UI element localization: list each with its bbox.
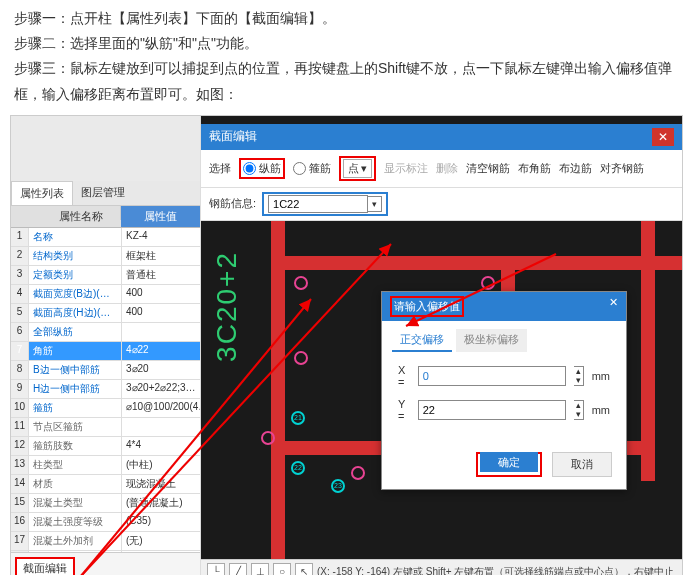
table-row[interactable]: 6全部纵筋 [11,323,200,342]
chevron-down-icon: ▾ [361,162,367,175]
table-row[interactable]: 7角筋4⌀22 [11,342,200,361]
property-table: 属性名称 属性值 1名称KZ-42结构类别框架柱3定额类别普通柱4截面宽度(B边… [11,206,200,552]
step3-text: 步骤三：鼠标左键放到可以捕捉到点的位置，再按键盘上的Shift键不放，点一下鼠标… [14,56,679,106]
table-row[interactable]: 12箍筋肢数4*4 [11,437,200,456]
close-icon[interactable]: ✕ [652,128,674,146]
section-edit-title: 截面编辑 ✕ [201,124,682,150]
x-label: X = [398,364,410,388]
align-btn[interactable]: 对齐钢筋 [600,161,644,176]
panel-tabs: 属性列表 图层管理 [11,181,200,206]
rebar-info-input[interactable] [268,195,368,213]
y-input[interactable] [418,400,566,420]
table-row[interactable]: 1名称KZ-4 [11,228,200,247]
col-value-header: 属性值 [121,206,200,227]
y-label: Y = [398,398,410,422]
delete-btn[interactable]: 删除 [436,161,458,176]
table-row[interactable]: 14材质现浇混凝土 [11,475,200,494]
clear-btn[interactable]: 清空钢筋 [466,161,510,176]
cad-panel: 截面编辑 ✕ 选择 纵筋 箍筋 点 ▾ 显示标注 删除 清空钢筋 布角筋 布边筋… [201,116,682,575]
radio-vertical[interactable]: 纵筋 [243,161,281,176]
arrange-btn[interactable]: 布角筋 [518,161,551,176]
x-input[interactable] [418,366,566,386]
tab-polar[interactable]: 极坐标偏移 [456,329,527,352]
section-edit-button[interactable]: 截面编辑 [15,557,75,575]
select-label: 选择 [209,161,231,176]
property-panel: 属性列表 图层管理 属性名称 属性值 1名称KZ-42结构类别框架柱3定额类别普… [11,116,201,575]
radio-stirrup[interactable]: 箍筋 [293,161,331,176]
status-text: (X: -158 Y: -164) 左键或 Shift+ 左键布置（可选择线筋端… [317,565,674,575]
table-row[interactable]: 11节点区箍筋 [11,418,200,437]
x-unit: mm [592,370,610,382]
cancel-button[interactable]: 取消 [552,452,612,477]
table-row[interactable]: 5截面高度(H边)(…400 [11,304,200,323]
show-label-btn[interactable]: 显示标注 [384,161,428,176]
step1-text: 步骤一：点开柱【属性列表】下面的【截面编辑】。 [14,6,679,31]
table-row[interactable]: 9H边一侧中部筋3⌀20+2⌀22;3… [11,380,200,399]
snap-endpoint-icon[interactable]: └ [207,563,225,575]
table-row[interactable]: 10箍筋⌀10@100/200(4… [11,399,200,418]
y-unit: mm [592,404,610,416]
table-row[interactable]: 3定额类别普通柱 [11,266,200,285]
offset-modal: 请输入偏移值 ✕ 正交偏移 极坐标偏移 X = ▴▾ mm Y = [381,291,627,490]
status-bar: └ ╱ ⊥ ○ ↖ (X: -158 Y: -164) 左键或 Shift+ 左… [201,559,682,575]
rebar-label: 3C20+2 [211,251,243,362]
modal-title: 请输入偏移值 [390,296,464,317]
modal-close-icon[interactable]: ✕ [609,296,618,317]
snap-center-icon[interactable]: ○ [273,563,291,575]
col-name-header: 属性名称 [41,206,121,220]
table-row[interactable]: 15混凝土类型(普通混凝土) [11,494,200,513]
table-row[interactable]: 8B边一侧中部筋3⌀20 [11,361,200,380]
edge-btn[interactable]: 布边筋 [559,161,592,176]
section-toolbar: 选择 纵筋 箍筋 点 ▾ 显示标注 删除 清空钢筋 布角筋 布边筋 对齐钢筋 [201,150,682,188]
table-row[interactable]: 16混凝土强度等级(C35) [11,513,200,532]
cad-canvas[interactable]: 3C20+2 21 22 23 请输入偏移值 ✕ 正交偏移 极坐标偏移 [201,221,682,559]
tab-property-list[interactable]: 属性列表 [11,181,73,205]
tab-ortho[interactable]: 正交偏移 [392,329,452,352]
table-row[interactable]: 2结构类别框架柱 [11,247,200,266]
snap-mid-icon[interactable]: ╱ [229,563,247,575]
rebar-dropdown-icon[interactable]: ▾ [368,196,382,212]
cursor-icon[interactable]: ↖ [295,563,313,575]
table-row[interactable]: 17混凝土外加剂(无) [11,532,200,551]
table-row[interactable]: 13柱类型(中柱) [11,456,200,475]
info-bar: 钢筋信息: ▾ [201,188,682,221]
table-row[interactable]: 4截面宽度(B边)(…400 [11,285,200,304]
ok-button[interactable]: 确定 [480,452,538,472]
point-dropdown[interactable]: 点 ▾ [343,159,372,178]
rebar-info-label: 钢筋信息: [209,196,256,211]
y-spinner-icon[interactable]: ▴▾ [574,400,584,420]
step2-text: 步骤二：选择里面的"纵筋"和"点"功能。 [14,31,679,56]
screenshot-frame: 属性列表 图层管理 属性名称 属性值 1名称KZ-42结构类别框架柱3定额类别普… [10,115,683,575]
x-spinner-icon[interactable]: ▴▾ [574,366,584,386]
snap-perp-icon[interactable]: ⊥ [251,563,269,575]
tab-layer-mgmt[interactable]: 图层管理 [73,181,133,205]
